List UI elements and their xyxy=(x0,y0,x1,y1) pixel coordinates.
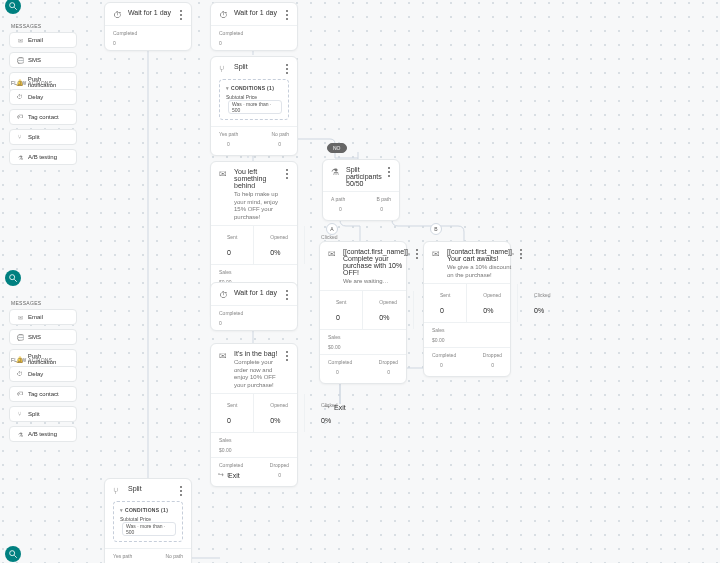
section-header: FLOW ACTIONS xyxy=(11,80,77,86)
block-delay[interactable]: ⏱Delay xyxy=(9,89,77,105)
email-card[interactable]: ✉ [[contact.first_name]], Complete your … xyxy=(319,241,407,384)
ab-icon: ⚗ xyxy=(16,430,24,438)
exit-icon: ↪ xyxy=(218,471,224,479)
zoom-button[interactable] xyxy=(5,270,21,286)
more-icon[interactable] xyxy=(415,248,419,260)
clock-icon: ⏱ xyxy=(219,290,229,300)
card-title: Wait for 1 day xyxy=(234,289,280,296)
delay-card[interactable]: ⏱ Wait for 1 day Completed 0 xyxy=(210,2,298,51)
pill-label: Delay xyxy=(28,371,43,377)
flowactions-section: FLOW ACTIONS ⏱Delay 🏷Tag contact ⑂Split … xyxy=(9,357,77,446)
split-icon: ⑂ xyxy=(16,410,24,418)
more-icon[interactable] xyxy=(387,166,391,178)
block-sms[interactable]: 💬SMS xyxy=(9,52,77,68)
block-sms[interactable]: 💬SMS xyxy=(9,329,77,345)
more-icon[interactable] xyxy=(285,9,289,21)
pill-label: Email xyxy=(28,37,43,43)
block-email[interactable]: ✉Email xyxy=(9,32,77,48)
envelope-icon: ✉ xyxy=(16,36,24,44)
clock-icon: ⏱ xyxy=(16,93,24,101)
completed-value: 0 xyxy=(219,40,222,46)
no-badge: NO xyxy=(327,143,347,153)
pill-label: SMS xyxy=(28,57,41,63)
delay-card[interactable]: ⏱ Wait for 1 day Completed 0 xyxy=(210,282,298,331)
b-badge: B xyxy=(430,223,442,235)
svg-line-1 xyxy=(14,7,17,10)
completed-value: 0 xyxy=(113,40,116,46)
block-delay[interactable]: ⏱Delay xyxy=(9,366,77,382)
more-icon[interactable] xyxy=(179,485,183,497)
completed-label: Completed xyxy=(219,30,243,36)
block-ab[interactable]: ⚗A/B testing xyxy=(9,149,77,165)
block-tag[interactable]: 🏷Tag contact xyxy=(9,386,77,402)
svg-line-3 xyxy=(14,279,17,282)
block-split[interactable]: ⑂Split xyxy=(9,129,77,145)
email-subject: [[contact.first_name]], Complete your pu… xyxy=(343,248,410,276)
card-title: Split xyxy=(234,63,280,70)
flowactions-section: FLOW ACTIONS ⏱Delay 🏷Tag contact ⑂Split … xyxy=(9,80,77,169)
delay-card[interactable]: ⏱ Wait for 1 day Completed 0 xyxy=(104,2,192,51)
email-subject: It's in the bag! xyxy=(234,350,280,357)
completed-label: Completed xyxy=(113,30,137,36)
split-icon: ⑂ xyxy=(219,64,229,74)
email-subject: [[contact.first_name]], Your cart awaits… xyxy=(447,248,514,262)
clock-icon: ⏱ xyxy=(219,10,229,20)
ab-split-card[interactable]: ⚗ Split participants 50/50 A path0 B pat… xyxy=(322,159,400,221)
more-icon[interactable] xyxy=(285,289,289,301)
email-subject: You left something behind xyxy=(234,168,280,189)
svg-point-4 xyxy=(10,551,15,556)
split-card[interactable]: ⑂ Split ▾ CONDITIONS (1) Subtotal PriceW… xyxy=(210,56,298,156)
pill-label: SMS xyxy=(28,334,41,340)
tag-icon: 🏷 xyxy=(16,113,24,121)
pill-label: Delay xyxy=(28,94,43,100)
email-preview: To help make up your mind, enjoy 15% OFF… xyxy=(234,191,280,221)
section-header: MESSAGES xyxy=(11,300,77,306)
clock-icon: ⏱ xyxy=(16,370,24,378)
pill-label: Split xyxy=(28,411,40,417)
section-header: FLOW ACTIONS xyxy=(11,357,77,363)
condition-box[interactable]: ▾ CONDITIONS (1) Subtotal PriceWas · mor… xyxy=(113,501,183,542)
email-preview: We give a 10% discount on the purchase! xyxy=(447,264,514,279)
split-icon: ⑂ xyxy=(113,486,123,496)
envelope-icon: ✉ xyxy=(219,351,229,361)
tag-icon: 🏷 xyxy=(16,390,24,398)
ab-icon: ⚗ xyxy=(331,167,341,177)
more-icon[interactable] xyxy=(285,350,289,362)
email-preview: Complete your order now and enjoy 10% OF… xyxy=(234,359,280,389)
split-card[interactable]: ⑂ Split ▾ CONDITIONS (1) Subtotal PriceW… xyxy=(104,478,192,563)
pill-label: Email xyxy=(28,314,43,320)
split-icon: ⑂ xyxy=(16,133,24,141)
exit-icon: ↪ xyxy=(324,403,330,411)
exit-action[interactable]: ↪ Exit xyxy=(218,471,240,479)
block-tag[interactable]: 🏷Tag contact xyxy=(9,109,77,125)
envelope-icon: ✉ xyxy=(16,313,24,321)
more-icon[interactable] xyxy=(285,168,289,180)
envelope-icon: ✉ xyxy=(432,249,442,259)
ab-icon: ⚗ xyxy=(16,153,24,161)
clock-icon: ⏱ xyxy=(113,10,123,20)
card-title: Split participants 50/50 xyxy=(346,166,382,187)
envelope-icon: ✉ xyxy=(328,249,338,259)
yes-path-label: Yes path xyxy=(219,131,238,137)
chat-icon: 💬 xyxy=(16,333,24,341)
svg-point-0 xyxy=(10,3,15,8)
card-title: Split xyxy=(128,485,174,492)
zoom-button[interactable] xyxy=(5,546,21,562)
card-title: Wait for 1 day xyxy=(234,9,280,16)
condition-box[interactable]: ▾ CONDITIONS (1) Subtotal PriceWas · mor… xyxy=(219,79,289,120)
block-email[interactable]: ✉Email xyxy=(9,309,77,325)
more-icon[interactable] xyxy=(519,248,523,260)
exit-action[interactable]: ↪ Exit xyxy=(324,403,346,411)
more-icon[interactable] xyxy=(179,9,183,21)
block-split[interactable]: ⑂Split xyxy=(9,406,77,422)
pill-label: Tag contact xyxy=(28,391,59,397)
more-icon[interactable] xyxy=(285,63,289,75)
envelope-icon: ✉ xyxy=(219,169,229,179)
pill-label: Tag contact xyxy=(28,114,59,120)
block-ab[interactable]: ⚗A/B testing xyxy=(9,426,77,442)
section-header: MESSAGES xyxy=(11,23,77,29)
card-title: Wait for 1 day xyxy=(128,9,174,16)
email-card[interactable]: ✉ [[contact.first_name]], Your cart awai… xyxy=(423,241,511,377)
email-card[interactable]: ✉ It's in the bag! Complete your order n… xyxy=(210,343,298,487)
no-path-label: No path xyxy=(271,131,289,137)
